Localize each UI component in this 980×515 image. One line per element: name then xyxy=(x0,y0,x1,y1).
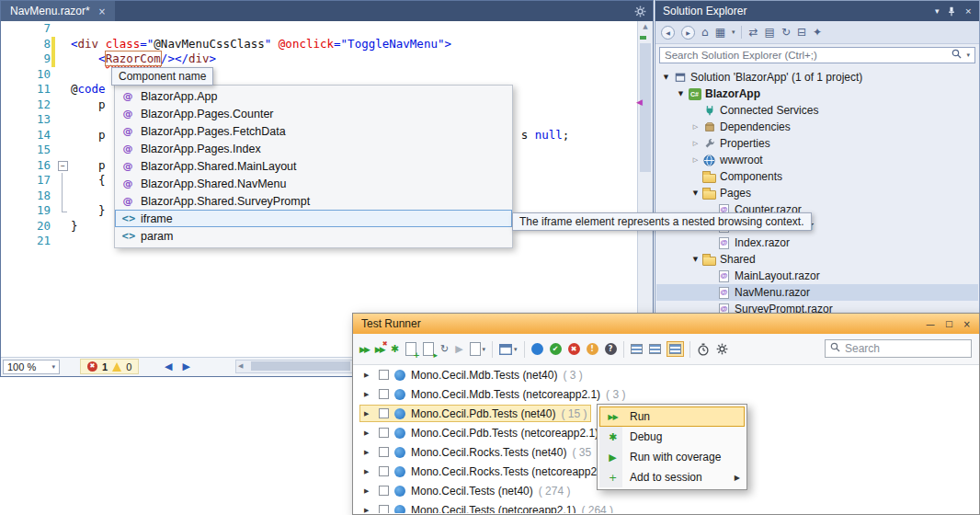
tree-item-blazorapp[interactable]: ▼C#BlazorApp xyxy=(656,86,978,102)
tree-item-pages[interactable]: ▼Pages xyxy=(656,185,978,201)
editor-options-gear-icon[interactable] xyxy=(634,5,646,21)
expander-icon[interactable]: ▼ xyxy=(689,256,701,263)
filter-passed-icon[interactable]: ✔ xyxy=(550,343,562,355)
view-flat-icon[interactable] xyxy=(631,344,643,354)
expander-icon[interactable]: ▼ xyxy=(660,74,672,81)
tree-item-components[interactable]: Components xyxy=(656,168,978,185)
tree-item-solution-blazorapp-1-of-1-project[interactable]: ▼Solution 'BlazorApp' (1 of 1 project) xyxy=(656,69,978,86)
fold-toggle-icon[interactable]: − xyxy=(56,158,71,174)
menu-item-run-with-coverage[interactable]: ▶Run with coverage xyxy=(599,447,745,467)
tree-item-navmenu-razor[interactable]: @NavMenu.razor xyxy=(656,284,978,301)
code-line-7[interactable]: 7 xyxy=(1,21,638,37)
navigate-forward-icon[interactable]: ▶ xyxy=(182,360,189,372)
tab-close-icon[interactable]: × xyxy=(98,6,106,17)
expander-icon[interactable]: ▶ xyxy=(364,429,373,437)
menu-item-run[interactable]: ▶▶Run xyxy=(599,406,745,427)
filter-failed-icon[interactable]: ✖ xyxy=(568,343,580,355)
scrollbar-thumb[interactable] xyxy=(251,361,350,371)
expander-icon[interactable]: ▶ xyxy=(364,449,373,456)
completion-item-blazorapp-pages-counter[interactable]: @BlazorApp.Pages.Counter xyxy=(115,105,512,122)
collapse-all-icon[interactable]: ⊟ xyxy=(797,27,806,38)
repeat-run-icon[interactable]: ▶ xyxy=(455,343,462,355)
settings-gear-icon[interactable] xyxy=(716,343,728,355)
test-row-mono-cecil-mdb-tests-net40[interactable]: ▶Mono.Cecil.Mdb.Tests (net40)( 3 ) xyxy=(354,365,978,384)
filter-not-run-icon[interactable] xyxy=(531,343,543,355)
checkbox[interactable] xyxy=(379,486,389,496)
completion-item-param[interactable]: <>param xyxy=(115,227,512,245)
switch-views-icon[interactable]: ▦ xyxy=(715,27,725,38)
expander-icon[interactable]: ▶ xyxy=(364,468,373,475)
search-icon[interactable] xyxy=(952,49,962,62)
expander-icon[interactable]: ▷ xyxy=(689,123,701,131)
expander-icon[interactable]: ▶ xyxy=(364,372,373,379)
rerun-failed-tests-icon[interactable]: ▶▶✖ xyxy=(375,345,384,354)
test-search-input[interactable]: Search xyxy=(825,339,972,358)
window-position-icon[interactable]: ▾ xyxy=(935,6,940,16)
error-warning-indicator[interactable]: ✖ 1 0 xyxy=(80,359,139,374)
save-session-icon[interactable]: ▾ xyxy=(470,342,486,356)
test-row-mono-cecil-tests-netcoreapp2-1[interactable]: ▶Mono.Cecil.Tests (netcoreapp2.1)( 264 ) xyxy=(354,500,978,513)
checkbox[interactable] xyxy=(379,370,389,380)
close-icon[interactable]: × xyxy=(963,319,971,329)
checkbox[interactable] xyxy=(379,389,389,399)
checkbox[interactable] xyxy=(379,408,389,418)
pin-icon[interactable] xyxy=(947,6,956,17)
test-row-mono-cecil-mdb-tests-netcoreapp2-1[interactable]: ▶Mono.Cecil.Mdb.Tests (netcoreapp2.1)( 3… xyxy=(354,384,978,404)
expander-icon[interactable]: ▼ xyxy=(675,90,687,97)
expander-icon[interactable]: ▼ xyxy=(689,189,701,197)
expander-icon[interactable]: ▶ xyxy=(364,391,373,398)
completion-item-blazorapp-shared-navmenu[interactable]: @BlazorApp.Shared.NavMenu xyxy=(115,175,512,192)
tree-item-index-razor[interactable]: @Index.razor xyxy=(656,235,978,251)
refresh-icon[interactable]: ↻ xyxy=(781,27,791,38)
back-icon[interactable]: ◀ xyxy=(661,26,675,40)
show-all-files-icon[interactable]: ▤ xyxy=(765,27,775,38)
add-tests-icon[interactable]: + xyxy=(405,342,416,356)
forward-icon[interactable]: ▶ xyxy=(681,26,695,40)
editor-vertical-scrollbar[interactable]: ▲ ◀ xyxy=(637,21,653,358)
menu-item-add-to-session[interactable]: +Add to session▶ xyxy=(599,467,745,487)
home-icon[interactable]: ⌂ xyxy=(701,27,709,38)
solution-search-input[interactable]: Search Solution Explorer (Ctrl+;) ▾ xyxy=(659,47,975,63)
menu-item-debug[interactable]: ✱Debug xyxy=(599,427,745,447)
tree-item-connected-services[interactable]: Connected Services xyxy=(656,102,978,119)
completion-item-blazorapp-pages-fetchdata[interactable]: @BlazorApp.Pages.FetchData xyxy=(115,122,512,140)
scroll-up-arrow-icon[interactable]: ▲ xyxy=(638,23,653,30)
tree-item-mainlayout-razor[interactable]: @MainLayout.razor xyxy=(656,268,978,284)
completion-item-iframe[interactable]: <>iframe xyxy=(115,210,512,227)
test-runner-titlebar[interactable]: Test Runner —□× xyxy=(353,314,979,334)
tree-item-shared[interactable]: ▼Shared xyxy=(656,251,978,268)
zoom-select[interactable]: 100 % ▾ xyxy=(3,360,60,374)
tree-item-wwwroot[interactable]: ▷wwwroot xyxy=(656,152,978,168)
filter-inconclusive-icon[interactable]: ! xyxy=(587,343,598,355)
scrollbar-thumb[interactable] xyxy=(640,43,651,172)
expander-icon[interactable]: ▶ xyxy=(364,507,373,514)
code-line-9[interactable]: 9 <RazorCom/></div> xyxy=(1,52,638,67)
scroll-left-arrow-icon[interactable]: ◀ xyxy=(238,362,243,370)
view-tree-icon[interactable] xyxy=(667,342,683,356)
run-tests-icon[interactable]: ▶▶ xyxy=(359,345,369,354)
code-line-10[interactable]: 10 xyxy=(1,67,638,83)
checkbox[interactable] xyxy=(379,466,389,476)
tree-item-properties[interactable]: ▷Properties xyxy=(656,135,978,152)
sync-with-active-document-icon[interactable]: ⇄ xyxy=(748,27,758,38)
code-line-8[interactable]: 8<div class="@NavMenuCssClass" @onclick=… xyxy=(1,37,638,52)
maximize-icon[interactable]: □ xyxy=(945,319,953,328)
expander-icon[interactable]: ▷ xyxy=(689,140,701,147)
expander-icon[interactable]: ▶ xyxy=(364,410,373,418)
open-session-icon[interactable]: ▸ xyxy=(423,342,434,356)
completion-item-blazorapp-shared-surveyprompt[interactable]: @BlazorApp.Shared.SurveyPrompt xyxy=(115,192,512,210)
tree-item-dependencies[interactable]: ▷Dependencies xyxy=(656,119,978,135)
checkbox[interactable] xyxy=(379,505,389,513)
refresh-icon[interactable]: ↻ xyxy=(440,343,449,355)
stopwatch-icon[interactable] xyxy=(697,343,710,356)
filter-ignored-icon[interactable]: ? xyxy=(605,343,617,355)
minimize-icon[interactable]: — xyxy=(926,319,935,329)
completion-item-blazorapp-pages-index[interactable]: @BlazorApp.Pages.Index xyxy=(115,140,512,157)
completion-item-blazorapp-shared-mainlayout[interactable]: @BlazorApp.Shared.MainLayout xyxy=(115,157,512,175)
checkbox[interactable] xyxy=(379,447,389,457)
navigate-back-icon[interactable]: ◀ xyxy=(165,360,172,372)
new-session-icon[interactable]: ✱ xyxy=(391,343,399,355)
editor-tab[interactable]: NavMenu.razor* × xyxy=(1,1,115,21)
properties-icon[interactable]: ✦ xyxy=(813,27,822,38)
window-layout-icon[interactable]: ▾ xyxy=(499,344,518,355)
